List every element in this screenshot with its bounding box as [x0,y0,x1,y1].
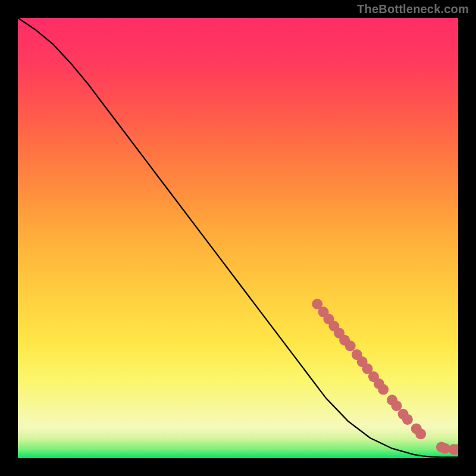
data-marker [345,340,356,351]
data-marker [391,400,402,411]
attribution-label: TheBottleneck.com [357,2,469,16]
data-marker [378,384,389,395]
plot-area [18,18,458,458]
data-marker [402,414,413,425]
chart-svg [18,18,458,458]
chart-stage: TheBottleneck.com [0,0,476,476]
data-marker [415,428,426,439]
curve-line [18,18,458,458]
marker-group [312,299,458,455]
